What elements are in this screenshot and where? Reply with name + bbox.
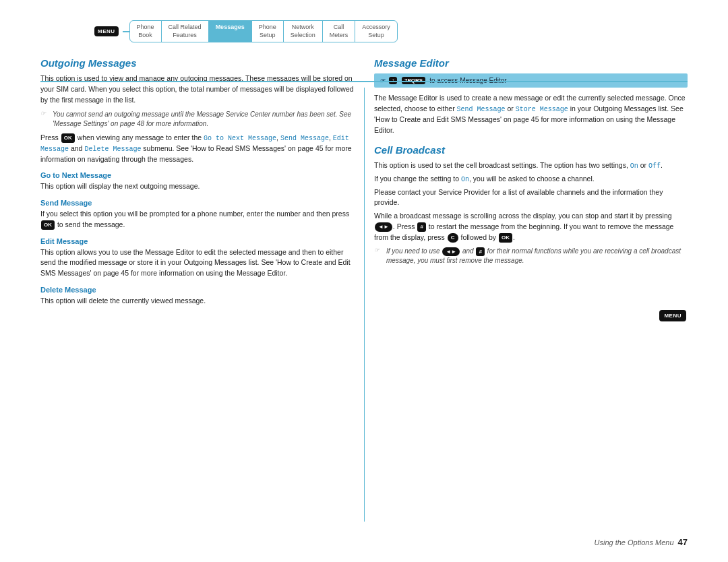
c-key: C bbox=[448, 233, 458, 243]
cb-note-block: ☞ If you need to use ◄► and # for their … bbox=[374, 247, 688, 266]
tab-phone-book[interactable]: Phone Book bbox=[130, 21, 162, 42]
send-message-heading: Send Message bbox=[40, 199, 354, 207]
tab-call-meters[interactable]: Call Meters bbox=[323, 21, 356, 42]
cell-broadcast-title: Cell Broadcast bbox=[374, 144, 688, 156]
footer-page: 47 bbox=[678, 537, 688, 547]
delete-message-link: Delete Message bbox=[84, 146, 141, 153]
col-divider bbox=[364, 88, 365, 522]
cb-body2: If you change the setting to On, you wil… bbox=[374, 174, 688, 185]
note-text-1: You cannot send an outgoing message unti… bbox=[53, 110, 354, 129]
go-to-next-heading: Go to Next Message bbox=[40, 171, 354, 179]
hash-key: # bbox=[417, 222, 425, 232]
message-editor-title: Message Editor bbox=[374, 57, 688, 69]
go-to-next-text: This option will display the next outgoi… bbox=[40, 181, 354, 192]
send-message-text: If you select this option you will be pr… bbox=[40, 209, 354, 230]
tab-network-selection[interactable]: Network Selection bbox=[284, 21, 323, 42]
left-column: Outgoing Messages This option is used to… bbox=[40, 57, 354, 309]
cb-on-mono: On bbox=[630, 162, 638, 170]
cb-intro: This option is used to set the cell broa… bbox=[374, 160, 688, 171]
press-ok-text: Press OK when viewing any message to ent… bbox=[40, 133, 354, 165]
footer: Using the Options Menu 47 bbox=[595, 537, 688, 547]
nav-tabs: Phone Book Call Related Features Message… bbox=[129, 20, 398, 42]
send-message-mono: Send Message bbox=[457, 106, 506, 113]
arrow-key: ◄► bbox=[375, 222, 392, 232]
hash-key-2: # bbox=[476, 247, 484, 256]
editor-intro: The Message Editor is used to create a n… bbox=[374, 93, 688, 135]
tab-call-related[interactable]: Call Related Features bbox=[162, 21, 209, 42]
note-icon-2: ☞ bbox=[374, 247, 384, 253]
nav-bar: MENU Phone Book Call Related Features Me… bbox=[94, 20, 688, 42]
outgoing-intro: This option is used to view and manage a… bbox=[40, 73, 354, 105]
cb-off-mono: Off bbox=[648, 162, 661, 170]
arrow-key-2: ◄► bbox=[442, 247, 460, 256]
edit-message-text: This option allows you to use the Messag… bbox=[40, 247, 354, 279]
top-border bbox=[40, 81, 688, 82]
send-message-link: Send Message bbox=[280, 135, 329, 142]
note-icon-1: ☞ bbox=[40, 110, 50, 117]
store-message-mono: Store Message bbox=[516, 106, 568, 113]
edit-message-heading: Edit Message bbox=[40, 237, 354, 245]
menu-btn-right[interactable]: MENU bbox=[659, 310, 686, 321]
footer-label: Using the Options Menu bbox=[595, 538, 674, 547]
delete-message-heading: Delete Message bbox=[40, 286, 354, 294]
delete-message-text: This option will delete the currently vi… bbox=[40, 296, 354, 307]
tab-accessory-setup[interactable]: Accessory Setup bbox=[355, 21, 397, 42]
tab-phone-setup[interactable]: Phone Setup bbox=[252, 21, 284, 42]
cb-on-mono-2: On bbox=[461, 176, 469, 183]
ok-key-badge-3: OK bbox=[499, 233, 512, 243]
page-container: MENU Phone Book Call Related Features Me… bbox=[0, 0, 728, 562]
ok-key-badge-2: OK bbox=[41, 220, 55, 230]
cb-note-text: If you need to use ◄► and # for their no… bbox=[386, 247, 688, 266]
right-column: Message Editor ☞ ↑ 7PQRS to access Messa… bbox=[374, 57, 688, 309]
tab-messages[interactable]: Messages bbox=[209, 21, 252, 42]
cb-body4: While a broadcast message is scrolling a… bbox=[374, 211, 688, 243]
cb-body3: Please contact your Service Provider for… bbox=[374, 187, 688, 209]
outgoing-messages-title: Outgoing Messages bbox=[40, 57, 354, 69]
ok-key-badge: OK bbox=[61, 133, 75, 143]
go-to-next-link: Go to Next Message bbox=[204, 135, 276, 142]
outgoing-note1: ☞ You cannot send an outgoing message un… bbox=[40, 110, 354, 129]
menu-button[interactable]: MENU bbox=[94, 26, 119, 36]
